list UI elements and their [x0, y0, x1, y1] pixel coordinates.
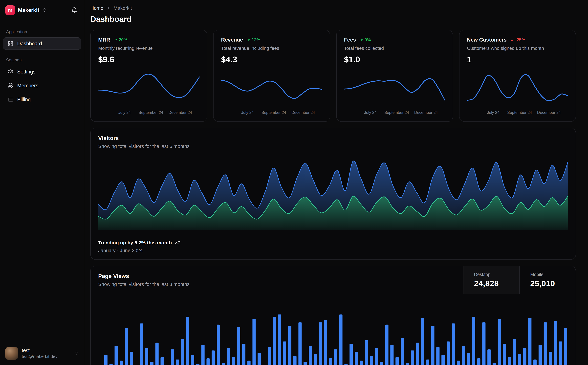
stat-card-revenue: Revenue 12% Total revenue including fees… [213, 30, 330, 122]
nav-section-application: Application [0, 29, 84, 35]
breadcrumb-home[interactable]: Home [90, 5, 103, 11]
mobile-value: 25,010 [530, 279, 565, 288]
trend-value: 12% [252, 37, 260, 42]
app-root: m Makerkit Application Dashboard Setting… [0, 0, 588, 365]
page-views-chart-svg [98, 301, 568, 365]
page-views-header: Page Views Showing total visitors for th… [91, 266, 576, 294]
sidebar-item-label: Settings [17, 69, 35, 75]
page-views-card: Page Views Showing total visitors for th… [90, 266, 576, 365]
logo-letter: m [8, 7, 13, 14]
sidebar-item-label: Billing [17, 97, 31, 102]
sidebar-item-members[interactable]: Members [3, 79, 81, 92]
arrow-up-icon [360, 38, 364, 42]
stat-subtitle: Customers who signed up this month [467, 45, 568, 51]
workspace-switcher[interactable]: m Makerkit [0, 0, 84, 17]
page-views-title: Page Views [98, 273, 456, 279]
date-range: January - June 2024 [98, 248, 568, 253]
users-icon [8, 83, 14, 89]
sidebar-item-settings[interactable]: Settings [3, 65, 81, 78]
stat-card-mrr: MRR 20% Monthly recurring revenue $9.6 J… [90, 30, 207, 122]
sparkline-chart: July 24 September 24 December 24 [344, 70, 445, 116]
user-name: test [22, 348, 57, 353]
arrow-down-icon [510, 38, 514, 42]
stat-value: $9.6 [98, 55, 200, 64]
tick-label: July 24 [487, 110, 499, 115]
stat-subtitle: Monthly recurring revenue [98, 45, 200, 51]
sparkline-svg [221, 70, 322, 107]
stat-card-fees: Fees 9% Total fees collected $1.0 July 2… [336, 30, 453, 122]
trend-badge: 20% [114, 37, 128, 42]
breadcrumb: Home Makerkit [90, 5, 576, 11]
arrow-up-icon [114, 38, 118, 42]
stat-title: Fees [344, 37, 356, 43]
user-email: test@makerkit.dev [22, 354, 57, 359]
trend-value: 20% [119, 37, 127, 42]
sidebar-item-label: Members [17, 83, 38, 89]
stat-subtitle: Total fees collected [344, 45, 445, 51]
tick-label: July 24 [118, 110, 131, 115]
stat-subtitle: Total revenue including fees [221, 45, 322, 51]
chevrons-up-down-icon [42, 8, 47, 12]
user-meta: test test@makerkit.dev [22, 348, 57, 359]
dashboard-icon [8, 41, 14, 47]
nav-section-settings: Settings [0, 57, 84, 63]
chevrons-up-down-icon [74, 351, 79, 356]
visitors-subtitle: Showing total visitors for the last 6 mo… [98, 143, 568, 149]
x-axis-ticks: July 24 September 24 December 24 [344, 110, 445, 116]
trend-value: 9% [365, 37, 371, 42]
user-menu[interactable]: test test@makerkit.dev [0, 342, 84, 365]
bell-icon [71, 7, 77, 13]
stat-card-new-customers: New Customers -25% Customers who signed … [459, 30, 576, 122]
stat-value: $1.0 [344, 55, 445, 64]
workspace-name: Makerkit [18, 7, 39, 13]
stat-title: New Customers [467, 37, 507, 43]
page-views-bar-chart [91, 294, 576, 365]
page-views-subtitle: Showing total visitors for the last 3 mo… [98, 281, 456, 287]
trend-summary: Trending up by 5.2% this month [98, 240, 172, 246]
sparkline-chart: July 24 September 24 December 24 [221, 70, 322, 116]
notifications-button[interactable] [70, 6, 79, 14]
stat-cards-row: MRR 20% Monthly recurring revenue $9.6 J… [90, 30, 576, 122]
sidebar-item-label: Dashboard [17, 41, 42, 47]
desktop-label: Desktop [474, 272, 509, 277]
stat-title: Revenue [221, 37, 243, 43]
visitors-footer: Trending up by 5.2% this month [98, 240, 568, 246]
gear-icon [8, 69, 14, 74]
chevron-right-icon [106, 6, 111, 10]
trending-up-icon [175, 240, 180, 246]
tick-label: September 24 [138, 110, 163, 115]
mobile-toggle[interactable]: Mobile 25,010 [519, 266, 576, 294]
trend-badge: 9% [360, 37, 371, 42]
stat-value: $4.3 [221, 55, 322, 64]
credit-card-icon [8, 97, 14, 102]
sparkline-chart: July 24 September 24 December 24 [467, 70, 568, 116]
tick-label: September 24 [261, 110, 286, 115]
tick-label: December 24 [414, 110, 438, 115]
main-content: Home Makerkit Dashboard MRR 20% Monthly … [84, 0, 588, 365]
sparkline-svg [98, 70, 200, 107]
tick-label: December 24 [291, 110, 315, 115]
mobile-label: Mobile [530, 272, 565, 277]
stat-value: 1 [467, 55, 568, 64]
desktop-toggle[interactable]: Desktop 24,828 [463, 266, 519, 294]
visitors-area-chart [98, 158, 568, 230]
avatar [5, 347, 18, 360]
sidebar-item-dashboard[interactable]: Dashboard [3, 37, 81, 50]
sparkline-svg [467, 70, 568, 107]
device-toggles: Desktop 24,828 Mobile 25,010 [463, 266, 576, 294]
tick-label: September 24 [384, 110, 409, 115]
visitors-chart-svg [98, 158, 568, 230]
tick-label: July 24 [241, 110, 254, 115]
sparkline-svg [344, 70, 445, 107]
sidebar-item-billing[interactable]: Billing [3, 93, 81, 106]
desktop-value: 24,828 [474, 279, 509, 288]
breadcrumb-current: Makerkit [113, 5, 132, 11]
visitors-card: Visitors Showing total visitors for the … [90, 128, 576, 260]
tick-label: July 24 [364, 110, 376, 115]
tick-label: December 24 [537, 110, 561, 115]
visitors-title: Visitors [98, 135, 568, 141]
x-axis-ticks: July 24 September 24 December 24 [98, 110, 200, 116]
trend-badge: -25% [510, 37, 525, 42]
tick-label: December 24 [168, 110, 192, 115]
sidebar: m Makerkit Application Dashboard Setting… [0, 0, 84, 365]
